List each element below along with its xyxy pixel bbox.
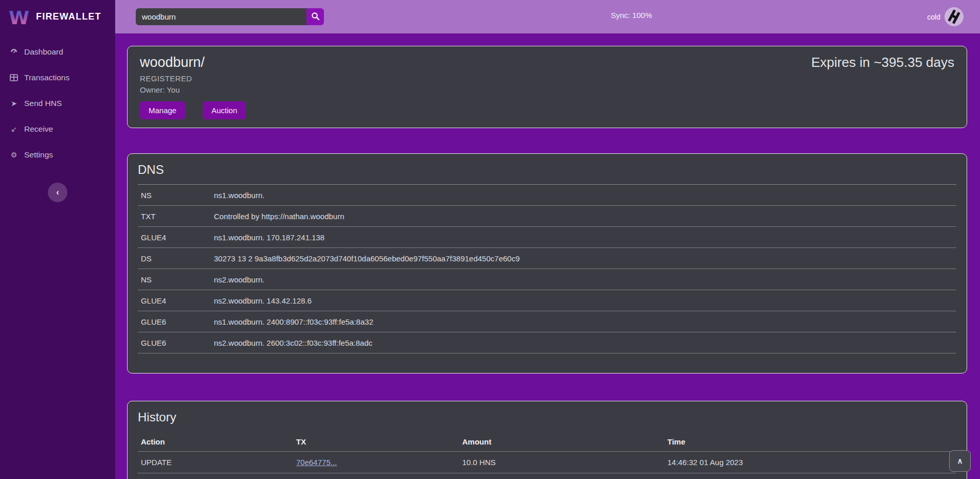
- transactions-icon: [9, 73, 19, 82]
- history-card-title: History: [138, 401, 956, 432]
- domain-title: woodburn/: [140, 55, 205, 70]
- dns-record-type: NS: [141, 191, 214, 200]
- history-header-time: Time: [667, 437, 956, 446]
- history-row: RENEW d72ef4a3... 10.0 HNS 15:47:36 07 F…: [138, 473, 956, 479]
- send-icon: ➤: [9, 99, 19, 108]
- search-button[interactable]: [306, 8, 324, 25]
- scroll-top-button[interactable]: ∧: [949, 450, 971, 472]
- dns-record-type: GLUE6: [141, 339, 214, 347]
- sidebar-header: W FIREWALLET: [0, 0, 115, 33]
- dns-record-type: GLUE4: [141, 296, 214, 305]
- content: woodburn/ Expires in ~395.35 days REGIST…: [115, 33, 980, 479]
- dns-record-row: NS ns2.woodburn.: [138, 269, 956, 290]
- dns-record-value: ns2.woodburn. 143.42.128.6: [214, 296, 956, 305]
- main-area: Sync: 100% cold woodburn/ Expires in ~39…: [115, 0, 980, 479]
- history-header-row: Action TX Amount Time: [138, 432, 956, 451]
- dns-record-type: GLUE4: [141, 233, 214, 242]
- dns-record-row: NS ns1.woodburn.: [138, 185, 956, 206]
- dns-record-row: GLUE4 ns2.woodburn. 143.42.128.6: [138, 290, 956, 311]
- domain-card: woodburn/ Expires in ~395.35 days REGIST…: [127, 46, 967, 128]
- sidebar: W FIREWALLET Dashboard: [0, 0, 115, 479]
- collapse-sidebar-button[interactable]: ‹: [48, 183, 67, 202]
- history-card: History Action TX Amount Time UPDATE 70e…: [127, 401, 967, 479]
- dns-record-type: DS: [141, 254, 214, 263]
- firewallet-logo-icon: W: [8, 6, 30, 28]
- dns-record-type: GLUE6: [141, 317, 214, 326]
- sidebar-item-dashboard[interactable]: Dashboard: [0, 41, 115, 63]
- sidebar-nav: Dashboard Transactions ➤ Send HNS ↙ Rece…: [0, 41, 115, 169]
- history-amount: 10.0 HNS: [462, 458, 667, 467]
- dns-record-row: GLUE4 ns1.woodburn. 170.187.241.138: [138, 227, 956, 248]
- tx-link[interactable]: 70e64775...: [296, 458, 337, 467]
- sidebar-item-settings[interactable]: ⚙ Settings: [0, 144, 115, 166]
- dashboard-icon: [9, 47, 19, 57]
- history-header-tx: TX: [296, 437, 462, 446]
- dns-record-row: TXT Controlled by https://nathan.woodbur…: [138, 206, 956, 227]
- dns-card: DNS NS ns1.woodburn. TXT Controlled by h…: [127, 153, 967, 374]
- sidebar-item-send-hns[interactable]: ➤ Send HNS: [0, 92, 115, 115]
- dns-record-value: Controlled by https://nathan.woodburn: [214, 212, 956, 221]
- chevron-left-icon: ‹: [56, 187, 59, 198]
- manage-button[interactable]: Manage: [140, 101, 185, 119]
- dns-record-row: GLUE6 ns2.woodburn. 2600:3c02::f03c:93ff…: [138, 332, 956, 353]
- history-row: UPDATE 70e64775... 10.0 HNS 14:46:32 01 …: [138, 451, 956, 473]
- search-icon: [311, 12, 320, 22]
- dns-record-value: 30273 13 2 9a3a8fb3d625d2a2073d740f10da6…: [214, 254, 956, 263]
- dns-card-title: DNS: [138, 154, 956, 185]
- domain-status: REGISTERED: [140, 74, 954, 83]
- auction-button[interactable]: Auction: [203, 101, 246, 119]
- settings-icon: ⚙: [9, 150, 19, 159]
- dns-record-value: ns1.woodburn.: [214, 191, 956, 200]
- wallet-name: cold: [927, 13, 940, 21]
- sidebar-item-transactions[interactable]: Transactions: [0, 66, 115, 89]
- dns-record-value: ns1.woodburn. 2400:8907::f03c:93ff:fe5a:…: [214, 317, 956, 326]
- history-header-action: Action: [141, 437, 296, 446]
- sidebar-item-label: Receive: [24, 125, 53, 134]
- sidebar-item-label: Settings: [24, 150, 53, 159]
- dns-record-value: ns1.woodburn. 170.187.241.138: [214, 233, 956, 242]
- dns-record-value: ns2.woodburn. 2600:3c02::f03c:93ff:fe5a:…: [214, 339, 956, 347]
- dns-record-type: TXT: [141, 212, 214, 221]
- search-input[interactable]: [136, 8, 306, 25]
- domain-expiry: Expires in ~395.35 days: [811, 55, 954, 70]
- dns-record-value: ns2.woodburn.: [214, 275, 956, 284]
- sidebar-item-label: Transactions: [24, 73, 69, 82]
- sidebar-item-receive[interactable]: ↙ Receive: [0, 118, 115, 140]
- history-action: UPDATE: [141, 458, 296, 467]
- dns-record-type: NS: [141, 275, 214, 284]
- sidebar-item-label: Dashboard: [24, 47, 63, 57]
- sidebar-item-label: Send HNS: [24, 99, 62, 108]
- history-time: 14:46:32 01 Aug 2023: [667, 458, 956, 467]
- dns-record-row: DS 30273 13 2 9a3a8fb3d625d2a2073d740f10…: [138, 248, 956, 269]
- brand-name: FIREWALLET: [36, 11, 101, 22]
- sync-status: Sync: 100%: [611, 11, 652, 20]
- svg-text:W: W: [9, 7, 29, 28]
- topbar: Sync: 100% cold: [115, 0, 980, 33]
- chevron-up-icon: ∧: [957, 456, 963, 466]
- history-header-amount: Amount: [462, 437, 667, 446]
- receive-icon: ↙: [9, 125, 19, 134]
- domain-owner: Owner: You: [140, 85, 954, 94]
- wallet-selector: cold: [927, 0, 964, 33]
- search-bar: [136, 8, 324, 25]
- handshake-icon[interactable]: [945, 7, 964, 26]
- dns-record-row: GLUE6 ns1.woodburn. 2400:8907::f03c:93ff…: [138, 311, 956, 332]
